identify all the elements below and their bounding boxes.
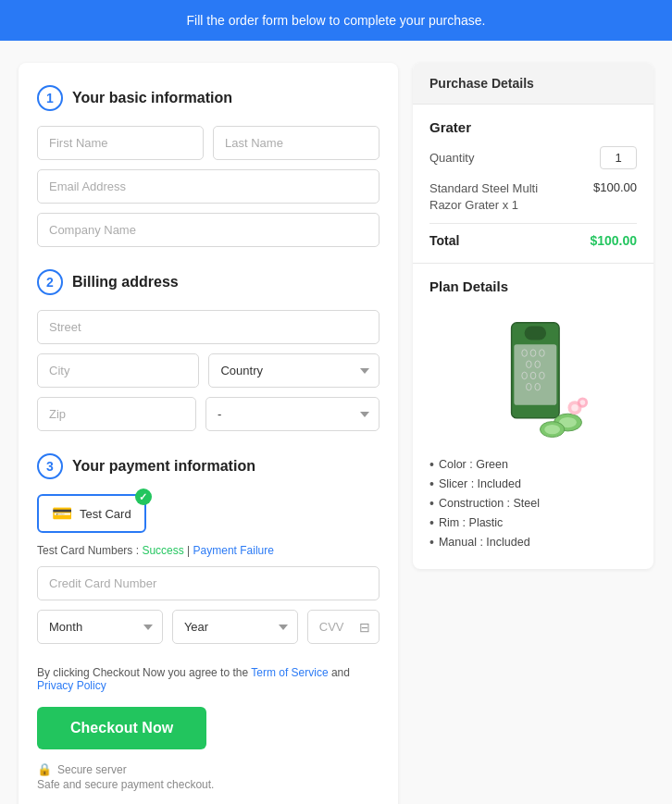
expiry-cvv-row: Month Year ⊟: [37, 610, 380, 644]
svg-point-18: [571, 404, 579, 412]
section2-number: 2: [37, 269, 63, 295]
email-row: [37, 169, 380, 204]
country-select[interactable]: Country: [208, 353, 380, 388]
cvv-wrap: ⊟: [307, 610, 380, 644]
divider: [429, 223, 637, 224]
secure-label: Secure server: [57, 763, 127, 776]
product-name: Grater: [429, 119, 637, 135]
state-select[interactable]: -: [205, 397, 380, 431]
plan-feature-item: •Rim : Plastic: [429, 515, 637, 530]
first-name-input[interactable]: [37, 126, 204, 160]
plan-feature-item: •Construction : Steel: [429, 496, 637, 511]
month-select[interactable]: Month: [37, 610, 163, 644]
section3-title: Your payment information: [72, 458, 255, 475]
svg-point-20: [580, 401, 586, 406]
purchase-details-body: Grater Quantity 1 Standard Steel Multi R…: [413, 105, 653, 263]
section-billing: 2 Billing address Country -: [37, 269, 380, 431]
quantity-label: Quantity: [429, 151, 474, 165]
section3-number: 3: [37, 453, 63, 479]
card-label: Test Card: [80, 507, 131, 521]
last-name-input[interactable]: [213, 126, 380, 160]
bullet-icon: •: [429, 457, 434, 472]
item-row: Standard Steel Multi Razor Grater x 1 $1…: [429, 180, 637, 214]
checkout-button[interactable]: Checkout Now: [37, 707, 206, 749]
privacy-link[interactable]: Privacy Policy: [37, 679, 106, 692]
quantity-value: 1: [600, 146, 637, 169]
section3-heading: 3 Your payment information: [37, 453, 380, 479]
plan-feature-item: •Color : Green: [429, 457, 637, 472]
secure-sub: Safe and secure payment checkout.: [37, 778, 214, 791]
cc-number-row: [37, 566, 380, 600]
section-basic-info: 1 Your basic information: [37, 85, 380, 247]
total-price: $100.00: [590, 233, 637, 248]
cc-number-input[interactable]: [37, 566, 380, 600]
bullet-icon: •: [429, 476, 434, 491]
content-area: 1 Your basic information 2 Billi: [0, 41, 672, 804]
terms-text: By clicking Checkout Now you agree to th…: [37, 666, 380, 692]
bullet-icon: •: [429, 515, 434, 530]
terms-connector: and: [329, 666, 350, 679]
purchase-details-header: Purchase Details: [413, 63, 653, 105]
plan-details-section: Plan Details: [413, 263, 653, 569]
banner-text: Fill the order form below to complete yo…: [187, 13, 486, 28]
bullet-icon: •: [429, 496, 434, 511]
company-input[interactable]: [37, 213, 380, 247]
svg-rect-12: [514, 345, 556, 406]
item-description: Standard Steel Multi Razor Grater x 1: [429, 180, 559, 214]
left-panel: 1 Your basic information 2 Billi: [19, 63, 398, 804]
plan-features: •Color : Green•Slicer : Included•Constru…: [429, 457, 637, 550]
email-input[interactable]: [37, 169, 380, 204]
lock-icon: 🔒: [37, 762, 52, 776]
plan-feature-item: •Slicer : Included: [429, 476, 637, 491]
quantity-row: Quantity 1: [429, 146, 637, 169]
company-row: [37, 213, 380, 247]
test-card-failure-link[interactable]: Payment Failure: [193, 544, 274, 557]
test-card-info: Test Card Numbers : Success | Payment Fa…: [37, 544, 380, 557]
bullet-icon: •: [429, 535, 434, 550]
section2-heading: 2 Billing address: [37, 269, 380, 295]
card-check-icon: [135, 489, 152, 505]
page-wrapper: Fill the order form below to complete yo…: [0, 0, 672, 804]
svg-point-16: [544, 425, 560, 434]
section1-title: Your basic information: [72, 90, 232, 106]
svg-rect-1: [525, 327, 546, 340]
name-row: [37, 126, 380, 160]
terms-prefix: By clicking Checkout Now you agree to th…: [37, 666, 251, 679]
test-card-text: Test Card Numbers :: [37, 544, 142, 557]
grater-image: [478, 305, 589, 444]
section-payment: 3 Your payment information 💳 Test Card T…: [37, 453, 380, 644]
section1-heading: 1 Your basic information: [37, 85, 380, 111]
secure-info: 🔒 Secure server Safe and secure payment …: [37, 762, 380, 791]
item-price: $100.00: [593, 180, 637, 194]
card-option-test[interactable]: 💳 Test Card: [37, 494, 146, 533]
cvv-icon: ⊟: [359, 620, 370, 635]
zip-state-row: -: [37, 397, 380, 431]
total-row: Total $100.00: [429, 233, 637, 248]
test-card-separator: |: [184, 544, 193, 557]
right-panel: Purchase Details Grater Quantity 1 Stand…: [413, 63, 653, 569]
city-country-row: Country: [37, 353, 380, 388]
city-input[interactable]: [37, 353, 199, 388]
section2-title: Billing address: [72, 274, 179, 291]
tos-link[interactable]: Term of Service: [251, 666, 328, 679]
grater-image-wrap: [429, 305, 637, 444]
street-row: [37, 310, 380, 344]
secure-line2: Safe and secure payment checkout.: [37, 778, 380, 791]
year-select[interactable]: Year: [172, 610, 298, 644]
secure-line1: 🔒 Secure server: [37, 762, 380, 776]
zip-input[interactable]: [37, 397, 196, 431]
top-banner: Fill the order form below to complete yo…: [0, 0, 672, 41]
credit-card-icon: 💳: [52, 503, 72, 524]
street-input[interactable]: [37, 310, 380, 344]
plan-title: Plan Details: [429, 278, 637, 294]
section1-number: 1: [37, 85, 63, 111]
total-label: Total: [429, 233, 459, 248]
plan-feature-item: •Manual : Included: [429, 535, 637, 550]
test-card-success-link[interactable]: Success: [142, 544, 183, 557]
